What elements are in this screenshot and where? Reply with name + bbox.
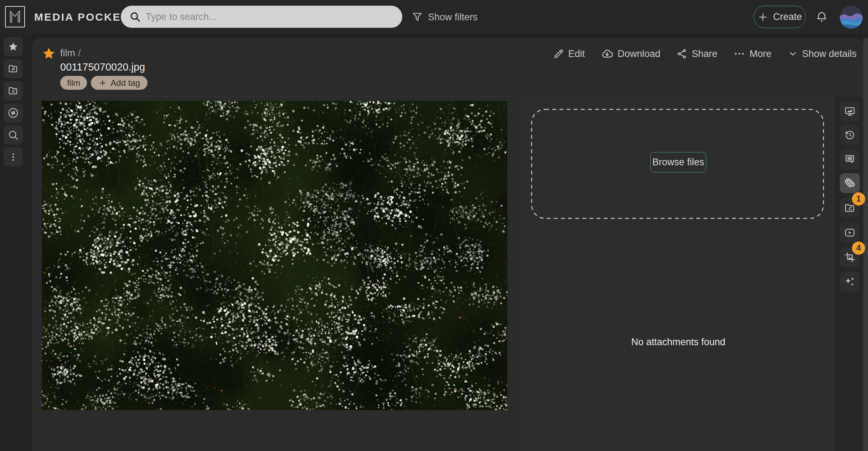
empty-attachments-message: No attachments found (522, 337, 835, 348)
folder-letter: C (849, 206, 852, 211)
tool-ai[interactable] (840, 272, 860, 292)
asset-actions: Edit Download Share More S (553, 47, 857, 61)
app-logo[interactable] (5, 6, 25, 27)
sidebar-item-more[interactable] (4, 147, 23, 167)
tag-chip[interactable]: film (60, 76, 87, 90)
media-pocket-app: MEDIA POCKET Show filters Create (0, 0, 868, 451)
share-button[interactable]: Share (677, 48, 717, 59)
history-icon (844, 129, 856, 141)
search-icon (7, 129, 19, 141)
user-avatar[interactable] (840, 6, 863, 28)
avatar-waves-image (840, 6, 863, 28)
folder-letter: C (12, 89, 16, 94)
download-label: Download (618, 48, 660, 59)
kebab-menu-icon (8, 152, 18, 162)
breadcrumb-folder[interactable]: film (60, 48, 75, 58)
paperclip-icon (844, 177, 856, 189)
sidebar-item-search[interactable] (4, 125, 23, 145)
folder-letter: P (12, 67, 15, 72)
create-label: Create (773, 11, 802, 22)
sidebar-item-collections[interactable]: C (4, 81, 23, 100)
favorite-star-button[interactable] (42, 47, 56, 61)
share-icon (677, 48, 687, 59)
sparkles-icon (844, 276, 856, 288)
chevron-down-icon (788, 49, 798, 59)
create-button[interactable]: Create (754, 6, 806, 28)
notifications-button[interactable] (815, 10, 828, 24)
sidebar-item-projects[interactable]: P (4, 59, 23, 78)
folder-c-icon: C (8, 85, 19, 96)
breadcrumb[interactable]: film/ (60, 48, 81, 59)
filter-funnel-icon (412, 11, 423, 23)
right-sidebar: C (835, 96, 863, 451)
browse-files-button[interactable]: Browse files (650, 152, 706, 172)
bell-icon (815, 10, 828, 24)
show-filters-button[interactable]: Show filters (412, 0, 478, 34)
ellipsis-icon (734, 48, 745, 59)
plus-icon (758, 12, 768, 22)
star-filled-icon (42, 47, 56, 61)
add-tag-label: Add tag (110, 78, 140, 88)
tool-history[interactable] (840, 125, 860, 145)
more-button[interactable]: More (734, 48, 771, 59)
plus-icon (98, 79, 107, 87)
edit-button[interactable]: Edit (553, 48, 585, 59)
sidebar-item-transfers[interactable] (4, 103, 23, 123)
search-bar[interactable] (121, 6, 402, 28)
tool-attachments[interactable] (840, 173, 860, 193)
show-details-label: Show details (802, 48, 857, 59)
cloud-download-icon (601, 48, 613, 60)
download-button[interactable]: Download (601, 48, 660, 60)
collections-count-badge: 1 (852, 192, 865, 206)
comment-icon (844, 154, 856, 165)
show-details-button[interactable]: Show details (788, 48, 857, 59)
asset-photo-preview (42, 101, 507, 410)
add-tag-button[interactable]: Add tag (91, 76, 148, 90)
star-icon (8, 41, 19, 52)
pencil-icon (553, 48, 564, 59)
tool-preview[interactable] (840, 102, 860, 121)
monitor-chart-icon (844, 106, 856, 117)
sidebar-item-favorites[interactable] (4, 37, 23, 56)
file-dropzone[interactable]: Browse files (531, 109, 824, 219)
m-logo-icon (8, 9, 22, 24)
tag-label: film (67, 78, 80, 88)
swap-arrows-icon (7, 107, 19, 119)
top-bar: MEDIA POCKET Show filters Create (0, 0, 868, 34)
tool-comments[interactable] (840, 149, 860, 169)
more-label: More (749, 48, 771, 59)
asset-filename: 001175070020.jpg (60, 61, 145, 73)
tags-row: film Add tag (60, 76, 148, 90)
show-filters-label: Show filters (428, 12, 478, 23)
folder-p-icon: P (8, 63, 19, 74)
search-input[interactable] (146, 11, 394, 22)
search-icon (129, 11, 141, 22)
share-label: Share (692, 48, 717, 59)
app-title: MEDIA POCKET (34, 0, 129, 34)
image-edit-count-badge: 4 (852, 242, 865, 255)
left-sidebar: P C (0, 34, 32, 451)
video-play-icon (844, 227, 856, 238)
attachments-panel: Browse files No attachments found (522, 96, 835, 451)
breadcrumb-separator: / (78, 48, 81, 58)
folder-c-icon: C (844, 202, 856, 214)
edit-label: Edit (568, 48, 585, 59)
tool-video[interactable] (840, 223, 860, 243)
